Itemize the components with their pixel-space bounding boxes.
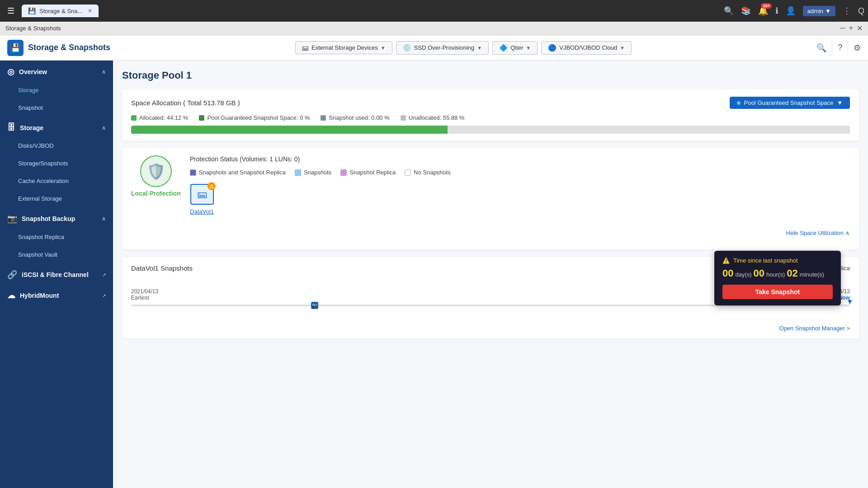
volume-item-datavol1[interactable]: 🖴 ⚠ DataVol1	[190, 183, 214, 224]
overview-label: Overview	[19, 68, 47, 75]
legend-snap-used: Snapshot used: 0.00 %	[321, 114, 389, 121]
hybridmount-external-icon: ↗	[102, 293, 106, 298]
sidebar-item-iscsi[interactable]: 🔗 iSCSI & Fibre Channel ↗	[0, 263, 113, 284]
vjbod-icon: 🔵	[548, 44, 557, 52]
hide-space-util-link[interactable]: Hide Space Utilization ∧	[786, 230, 850, 236]
snapshots-legend-label: Snapshots	[304, 169, 331, 176]
volume-name-label[interactable]: DataVol1	[190, 208, 214, 215]
iscsi-icon: 🔗	[7, 270, 17, 280]
maximize-button[interactable]: +	[849, 24, 853, 33]
pool-snap-dot-legend	[199, 115, 204, 121]
tooltip-min-value: 02	[787, 267, 797, 279]
tooltip-time-row: 00 day(s) 00 hour(s) 02 minute(s)	[722, 267, 833, 279]
legend-pool-snap: Pool Guaranteed Snapshot Space: 0 %	[199, 114, 310, 121]
close-button[interactable]: ✕	[857, 24, 863, 33]
snapshot-backup-chevron-icon: ∧	[102, 216, 106, 222]
snapshot-tooltip: ⚠️ Time since last snapshot 00 day(s) 00…	[714, 251, 841, 305]
ssd-icon: 💿	[403, 44, 411, 52]
hybridmount-icon: ☁	[7, 291, 15, 300]
vjbod-chevron-icon: ▼	[620, 45, 625, 51]
sidebar-item-overview[interactable]: ◎ Overview ∧	[0, 61, 113, 81]
none-legend-label: No Snapshots	[414, 169, 451, 176]
timeline-local-marker[interactable]: 📷	[311, 302, 318, 309]
header-settings-icon[interactable]: ⚙	[854, 43, 861, 53]
shield-icon: 🛡️	[140, 155, 172, 187]
app-title: Storage & Snapshots	[28, 43, 110, 52]
snap-used-label: Snapshot used: 0.00 %	[329, 114, 389, 121]
search-icon[interactable]: 🔍	[724, 6, 734, 16]
all-legend-label: Snapshots and Snapshot Replica	[199, 169, 286, 176]
sidebar-item-snapshot-sub[interactable]: Snapshot	[0, 99, 113, 117]
header-help-icon[interactable]: ?	[838, 43, 842, 52]
status-legend: Snapshots and Snapshot Replica Snapshots…	[190, 169, 850, 176]
all-legend-square	[190, 169, 196, 176]
space-legend: Allocated: 44.12 % Pool Guaranteed Snaps…	[131, 114, 850, 121]
sidebar-snapshot-sub-label: Snapshot	[18, 104, 43, 111]
ssd-chevron-icon: ▼	[477, 45, 482, 51]
tooltip-day-value: 00	[722, 267, 733, 279]
title-bar: ☰ 💾 Storage & Sna... ✕ 🔍 📚 🔔 10+ ℹ 👤 adm…	[0, 0, 868, 22]
vjbod-button[interactable]: 🔵 VJBOD/VJBOD Cloud ▼	[541, 41, 632, 55]
take-snapshot-button[interactable]: Take Snapshot	[722, 285, 833, 299]
notification-icon-wrap[interactable]: 🔔 10+	[758, 6, 768, 16]
qtier-chevron-icon: ▼	[526, 45, 531, 51]
pool-snap-legend-label: Pool Guaranteed Snapshot Space: 0 %	[207, 114, 310, 121]
unallocated-dot	[401, 115, 406, 121]
space-allocation-panel: Space Allocation ( Total 513.78 GB ) Poo…	[122, 89, 859, 141]
snapshots-legend-square	[295, 169, 301, 176]
tooltip-hour-unit: hour(s)	[766, 271, 785, 278]
qnap-icon[interactable]: Q	[858, 6, 864, 16]
sidebar-storage-sub-label: Storage	[18, 87, 39, 94]
timeline-area: 2021/04/13 Earliest 2021/04/13 Now 📷	[131, 279, 850, 319]
hamburger-menu-icon[interactable]: ☰	[4, 4, 18, 18]
sidebar-item-hybridmount[interactable]: ☁ HybridMount ↗	[0, 284, 113, 305]
tab-icon: 💾	[28, 7, 36, 14]
sidebar-item-snapshot-vault[interactable]: Snapshot Vault	[0, 246, 113, 263]
space-allocation-title: Space Allocation ( Total 513.78 GB )	[131, 99, 240, 107]
open-snapshot-manager-link[interactable]: Open Snapshot Manager >	[779, 325, 850, 332]
allocated-dot	[131, 115, 137, 121]
external-storage-label: External Storage Devices	[311, 44, 378, 51]
qtier-label: Qtier	[510, 44, 523, 51]
sidebar-item-disks[interactable]: Disks/VJBOD	[0, 137, 113, 155]
main-layout: ◎ Overview ∧ Storage Snapshot 🗄 Storage …	[0, 61, 868, 488]
sidebar-item-snapshot-replica[interactable]: Snapshot Replica	[0, 228, 113, 246]
iscsi-label: iSCSI & Fibre Channel	[22, 271, 89, 278]
snapshot-replica-label: Snapshot Replica	[18, 234, 64, 240]
hybridmount-label: HybridMount	[20, 292, 59, 299]
tab-close-icon[interactable]: ✕	[88, 8, 92, 14]
sidebar-item-cache-accel[interactable]: Cache Acceleration	[0, 172, 113, 190]
unallocated-label: Unallocated: 55.88 %	[409, 114, 465, 121]
minimize-button[interactable]: ─	[840, 24, 845, 33]
qtier-button[interactable]: 🔷 Qtier ▼	[492, 41, 538, 55]
ssd-provisioning-button[interactable]: 💿 SSD Over-Provisioning ▼	[396, 41, 489, 55]
protection-status-title: Protection Status (Volumes: 1 LUNs: 0)	[190, 155, 850, 163]
sidebar-item-snapshot-backup[interactable]: 📷 Snapshot Backup ∧	[0, 207, 113, 228]
snapshot-section: DataVol1 Snapshots Local Snapshot Snapsh…	[122, 257, 859, 339]
legend-all: Snapshots and Snapshot Replica	[190, 169, 286, 176]
more-options-icon[interactable]: ⋮	[843, 6, 851, 16]
divider2	[848, 41, 848, 55]
sidebar-item-storage-snapshots[interactable]: Storage/Snapshots	[0, 155, 113, 172]
snapshot-backup-label: Snapshot Backup	[22, 215, 75, 222]
volume-area: 🖴 ⚠ DataVol1	[190, 183, 850, 224]
admin-label: admin	[807, 8, 823, 14]
main-content: Storage Pool 1 Space Allocation ( Total …	[113, 61, 868, 488]
sidebar-item-storage-sub[interactable]: Storage	[0, 81, 113, 99]
sidebar-item-storage[interactable]: 🗄 Storage ∧	[0, 117, 113, 137]
info-icon[interactable]: ℹ	[775, 6, 778, 16]
stack-icon[interactable]: 📚	[741, 6, 751, 16]
pool-snap-btn[interactable]: Pool Guaranteed Snapshot Space ▼	[730, 97, 850, 109]
admin-menu-button[interactable]: admin ▼	[803, 6, 835, 16]
warning-icon: ⚠️	[722, 257, 730, 264]
browser-tab[interactable]: 💾 Storage & Sna... ✕	[22, 5, 99, 17]
window-bar: Storage & Snapshots ─ + ✕	[0, 22, 868, 35]
external-storage-button[interactable]: 🖴 External Storage Devices ▼	[295, 41, 392, 54]
external-storage-sidebar-label: External Storage	[18, 195, 62, 202]
volume-icon-bg: 🖴 ⚠	[190, 184, 214, 205]
sidebar-item-external-storage[interactable]: External Storage	[0, 190, 113, 207]
local-protection-panel: 🛡️ Local Protection Protection Status (V…	[122, 148, 859, 250]
user-icon[interactable]: 👤	[786, 6, 796, 16]
titlebar-right: 🔍 📚 🔔 10+ ℹ 👤 admin ▼ ⋮ Q	[724, 6, 864, 16]
header-search-icon[interactable]: 🔍	[816, 43, 826, 53]
